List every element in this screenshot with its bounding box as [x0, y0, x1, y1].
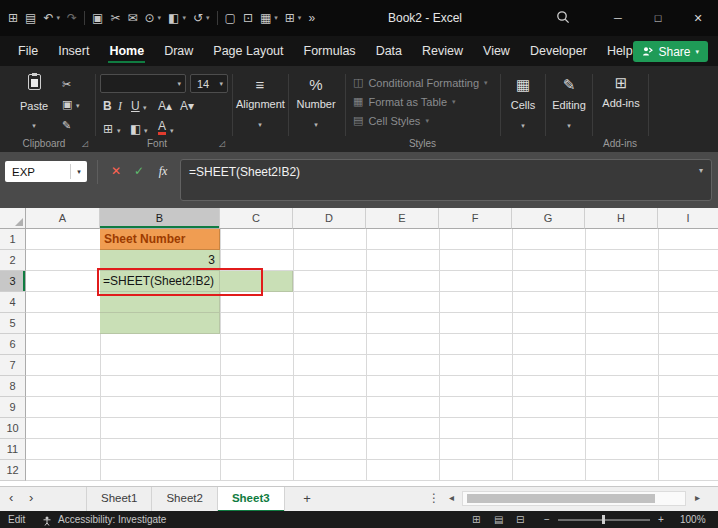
underline-chevron-icon[interactable]: ▾ — [143, 104, 147, 112]
undo-chevron-icon[interactable]: ▾ — [56, 14, 60, 22]
minimize-button[interactable]: ─ — [598, 0, 638, 36]
previous-sheet-icon[interactable]: ‹ — [9, 490, 13, 505]
next-sheet-icon[interactable]: › — [29, 490, 33, 505]
zoom-in-button[interactable]: + — [658, 511, 664, 528]
fill-color-button[interactable]: ◧ — [130, 122, 141, 136]
tab-home[interactable]: Home — [99, 36, 154, 66]
font-size-combobox[interactable]: 14 ▾ — [190, 74, 228, 93]
cells-area[interactable]: Sheet Number 3 =SHEET(Sheet2!B2) — [26, 229, 718, 481]
scrollbar-thumb[interactable] — [467, 494, 655, 503]
sheet-tab-sheet3[interactable]: Sheet3 — [218, 487, 285, 512]
cell-B5[interactable] — [100, 313, 220, 334]
column-header-h[interactable]: H — [585, 208, 658, 229]
accessibility-status[interactable]: Accessibility: Investigate — [58, 511, 166, 528]
borders-button[interactable]: ⊞ — [103, 122, 113, 136]
column-header-b[interactable]: B — [100, 208, 220, 229]
new-document-icon[interactable]: ▢ — [225, 12, 236, 24]
zoom-slider-thumb[interactable] — [602, 515, 605, 524]
format-painter-button[interactable]: ✎ — [62, 119, 71, 132]
cell-styles-button[interactable]: ▤ Cell Styles ▾ — [353, 114, 429, 127]
close-button[interactable]: ✕ — [678, 0, 718, 36]
format-painter-icon[interactable]: ◧ — [168, 12, 179, 24]
horizontal-scrollbar[interactable] — [462, 491, 686, 506]
sheet-tab-sheet2[interactable]: Sheet2 — [152, 487, 217, 512]
save-icon[interactable]: ▤ — [25, 12, 36, 24]
cell-B1[interactable]: Sheet Number — [100, 229, 220, 250]
copy-chevron-icon[interactable]: ▾ — [76, 102, 80, 110]
select-all-button[interactable] — [0, 208, 26, 229]
app-grid-icon[interactable]: ⊞ — [8, 12, 18, 24]
sheet-tab-sheet1[interactable]: Sheet1 — [86, 487, 152, 512]
zoom-level[interactable]: 100% — [680, 511, 706, 528]
repeat-chevron-icon[interactable]: ▾ — [206, 14, 210, 22]
add-ins-button[interactable]: ⊞ Add-ins — [598, 74, 644, 112]
format-painter-chevron-icon[interactable]: ▾ — [182, 14, 186, 22]
tab-page-layout[interactable]: Page Layout — [203, 36, 293, 66]
search-icon[interactable] — [556, 10, 574, 26]
fill-color-chevron-icon[interactable]: ▾ — [158, 14, 162, 22]
conditional-formatting-button[interactable]: ◫ Conditional Formatting ▾ — [353, 76, 488, 89]
tab-formulas[interactable]: Formulas — [294, 36, 366, 66]
row-header-3[interactable]: 3 — [0, 271, 26, 292]
cut-button[interactable]: ✂ — [62, 78, 71, 91]
normal-view-icon[interactable]: ⊞ — [472, 511, 480, 528]
row-header-7[interactable]: 7 — [0, 355, 26, 376]
share-button[interactable]: Share ▾ — [633, 41, 708, 62]
copy-icon[interactable]: ▣ — [92, 12, 103, 24]
column-header-f[interactable]: F — [439, 208, 512, 229]
tab-review[interactable]: Review — [412, 36, 473, 66]
column-header-a[interactable]: A — [26, 208, 100, 229]
formula-input[interactable]: =SHEET(Sheet2!B2) ▾ — [180, 159, 712, 201]
paste-button[interactable]: Paste ▾ — [12, 74, 56, 132]
enter-button[interactable]: ✓ — [129, 161, 149, 181]
column-header-i[interactable]: I — [658, 208, 718, 229]
scrollbar-split-icon[interactable]: ⋮ — [428, 491, 440, 505]
scroll-right-icon[interactable]: ▸ — [695, 492, 700, 503]
tab-view[interactable]: View — [473, 36, 520, 66]
tab-data[interactable]: Data — [366, 36, 412, 66]
row-header-4[interactable]: 4 — [0, 292, 26, 313]
fill-color-icon[interactable]: ⊙ — [145, 12, 155, 24]
page-layout-view-icon[interactable]: ▤ — [494, 511, 503, 528]
row-header-6[interactable]: 6 — [0, 334, 26, 355]
row-header-5[interactable]: 5 — [0, 313, 26, 334]
insert-function-button[interactable]: fx — [152, 161, 174, 181]
alignment-button[interactable]: ≡ Alignment ▾ — [236, 76, 284, 131]
more-commands-icon[interactable]: » — [308, 12, 315, 24]
borders-chevron-icon[interactable]: ▾ — [117, 127, 121, 135]
undo-icon[interactable]: ↶ — [43, 12, 53, 24]
expand-formula-bar-icon[interactable]: ▾ — [699, 166, 703, 175]
italic-button[interactable]: I — [118, 99, 122, 114]
row-header-10[interactable]: 10 — [0, 418, 26, 439]
column-header-g[interactable]: G — [512, 208, 585, 229]
fill-color-chevron-icon[interactable]: ▾ — [144, 127, 148, 135]
maximize-button[interactable]: □ — [638, 0, 678, 36]
tab-file[interactable]: File — [8, 36, 48, 66]
scroll-left-icon[interactable]: ◂ — [449, 492, 454, 503]
bold-button[interactable]: B — [103, 99, 112, 113]
font-color-chevron-icon[interactable]: ▾ — [170, 127, 174, 135]
repeat-icon[interactable]: ↺ — [193, 12, 203, 24]
row-header-12[interactable]: 12 — [0, 460, 26, 481]
tab-developer[interactable]: Developer — [520, 36, 597, 66]
number-button[interactable]: % Number ▾ — [292, 76, 340, 131]
cut-icon[interactable]: ✂ — [110, 12, 120, 24]
editing-button[interactable]: ✎ Editing ▾ — [548, 76, 590, 132]
row-header-1[interactable]: 1 — [0, 229, 26, 250]
font-name-combobox[interactable]: ▾ — [100, 74, 186, 93]
increase-font-button[interactable]: A▴ — [158, 99, 172, 113]
row-header-8[interactable]: 8 — [0, 376, 26, 397]
camera-icon[interactable]: ⊡ — [243, 12, 253, 24]
borders-icon[interactable]: ▦ — [260, 12, 271, 24]
borders-chevron-icon[interactable]: ▾ — [274, 14, 278, 22]
column-header-e[interactable]: E — [366, 208, 439, 229]
tab-insert[interactable]: Insert — [48, 36, 99, 66]
row-header-11[interactable]: 11 — [0, 439, 26, 460]
column-header-c[interactable]: C — [220, 208, 293, 229]
cells-button[interactable]: ▦ Cells ▾ — [504, 76, 542, 132]
new-sheet-button[interactable]: + — [296, 487, 318, 512]
format-as-table-button[interactable]: ▦ Format as Table ▾ — [353, 95, 456, 108]
decrease-font-button[interactable]: A▾ — [180, 99, 194, 113]
font-dialog-launcher-icon[interactable]: ◿ — [219, 139, 225, 148]
table-chevron-icon[interactable]: ▾ — [298, 14, 302, 22]
